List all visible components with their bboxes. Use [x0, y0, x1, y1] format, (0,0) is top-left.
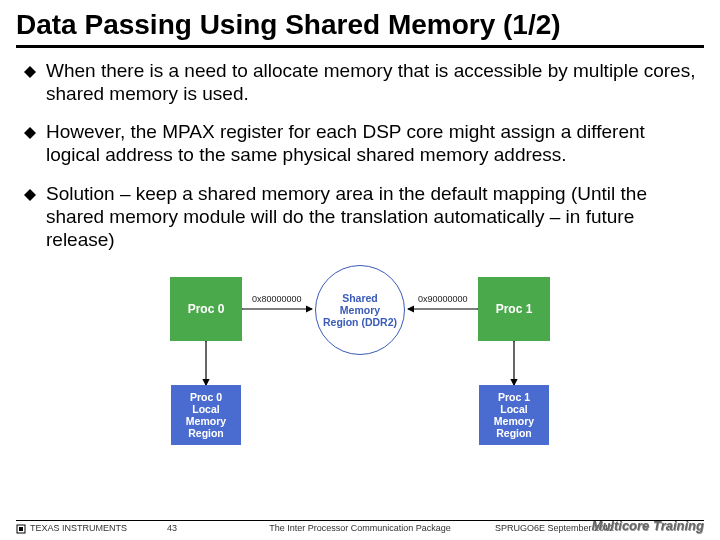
diamond-bullet-icon	[24, 127, 36, 139]
ti-chip-icon	[16, 524, 26, 534]
svg-marker-2	[24, 189, 36, 201]
bullet-list: When there is a need to allocate memory …	[16, 60, 704, 252]
addr1-label: 0x90000000	[418, 295, 468, 304]
proc1-local-box: Proc 1 Local Memory Region	[479, 385, 549, 445]
package-title: The Inter Processor Communication Packag…	[269, 523, 451, 534]
bullet-item: Solution – keep a shared memory area in …	[24, 183, 696, 251]
bullet-text: When there is a need to allocate memory …	[46, 60, 696, 106]
proc0-local-box: Proc 0 Local Memory Region	[171, 385, 241, 445]
slide: Data Passing Using Shared Memory (1/2) W…	[0, 0, 720, 540]
vendor-logo: TEXAS INSTRUMENTS	[16, 523, 127, 534]
bullet-text: Solution – keep a shared memory area in …	[46, 183, 696, 251]
brand-watermark: Multicore Training	[592, 519, 704, 532]
diamond-bullet-icon	[24, 189, 36, 201]
proc1-box: Proc 1	[478, 277, 550, 341]
memory-diagram: Proc 0 Proc 1 Shared Memory Region (DDR2…	[140, 267, 580, 467]
svg-rect-8	[19, 527, 23, 531]
shared-region-circle: Shared Memory Region (DDR2)	[315, 265, 405, 355]
svg-marker-1	[24, 127, 36, 139]
vendor-text: TEXAS INSTRUMENTS	[30, 523, 127, 534]
page-number: 43	[167, 523, 177, 534]
addr0-label: 0x80000000	[252, 295, 302, 304]
diamond-bullet-icon	[24, 66, 36, 78]
slide-title: Data Passing Using Shared Memory (1/2)	[16, 10, 704, 48]
bullet-text: However, the MPAX register for each DSP …	[46, 121, 696, 167]
proc0-box: Proc 0	[170, 277, 242, 341]
bullet-item: When there is a need to allocate memory …	[24, 60, 696, 106]
bullet-item: However, the MPAX register for each DSP …	[24, 121, 696, 167]
svg-marker-0	[24, 66, 36, 78]
